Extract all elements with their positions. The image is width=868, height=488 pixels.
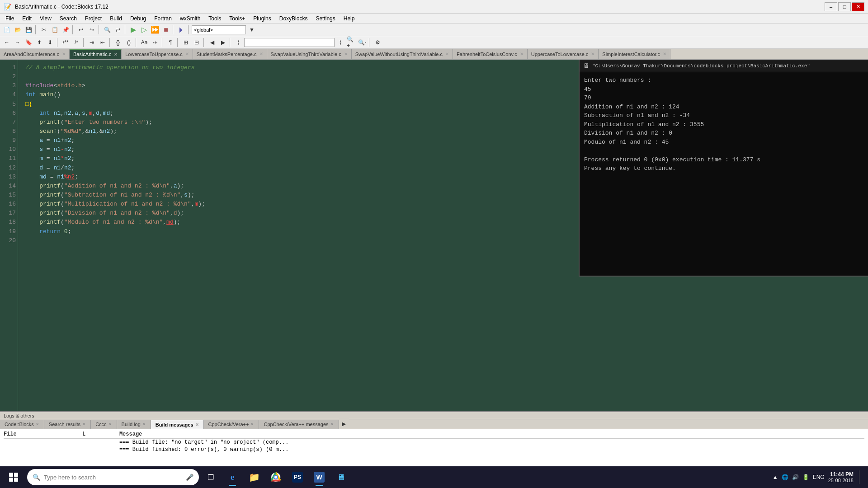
log-tab-searchresults[interactable]: Search results ✕ <box>44 420 91 429</box>
menu-search[interactable]: Search <box>56 14 80 23</box>
logs-more-btn[interactable]: ▶ <box>339 419 349 429</box>
indent-button[interactable]: ⇥ <box>87 38 97 47</box>
tray-volume[interactable]: 🔊 <box>792 474 799 480</box>
tab-fahrenheit[interactable]: FahrenheitToCelsiusConv.c ✕ <box>453 49 528 59</box>
case-upper[interactable]: Aa <box>139 38 149 47</box>
log-tab-cppcheck-messages[interactable]: CppCheck/Vera++ messages ✕ <box>259 420 339 429</box>
save-button[interactable]: 💾 <box>24 25 33 35</box>
new-button[interactable]: 📄 <box>2 25 12 35</box>
tab-close-lower[interactable]: ✕ <box>185 52 189 56</box>
debug-button[interactable]: ⏵ <box>176 25 186 35</box>
chrome-button[interactable] <box>266 467 286 487</box>
build-button[interactable]: ▶ <box>128 25 138 35</box>
find-button[interactable]: 🔍 <box>102 25 112 35</box>
scope-dropdown-btn[interactable]: ▼ <box>247 25 257 35</box>
tab-basicarithmatic[interactable]: BasicArithmatic.c ✕ <box>70 49 122 59</box>
block-comment-button[interactable]: /* <box>71 38 81 47</box>
build-run-button[interactable]: ⏩ <box>150 25 160 35</box>
tab-simpleinterest[interactable]: SimpleInterestCalculator.c ✕ <box>599 49 670 59</box>
whitespace-button[interactable]: ¶ <box>165 38 175 47</box>
search-bar[interactable]: 🔍 🎤 <box>27 469 199 485</box>
log-tab-buildmessages[interactable]: Build messages ✕ <box>151 420 204 429</box>
log-close-buildlog[interactable]: ✕ <box>142 422 146 427</box>
menu-tools-plus[interactable]: Tools+ <box>226 14 249 23</box>
log-tab-buildlog[interactable]: Build log ✕ <box>117 420 151 429</box>
undo-button[interactable]: ↩ <box>76 25 86 35</box>
tab-areacircumference[interactable]: AreaAndCircumference.c ✕ <box>0 49 70 59</box>
menu-view[interactable]: View <box>36 14 55 23</box>
scope-input[interactable] <box>192 25 246 34</box>
menu-help[interactable]: Help <box>340 14 359 23</box>
bookmark-button[interactable]: 🔖 <box>24 38 33 47</box>
minimize-button[interactable]: – <box>825 2 837 11</box>
tray-battery[interactable]: 🔋 <box>802 474 809 480</box>
prev-bookmark-button[interactable]: ⬆ <box>34 38 44 47</box>
tab-close-basic[interactable]: ✕ <box>114 52 118 57</box>
screen-button[interactable]: 🖥 <box>331 467 351 487</box>
log-close-search[interactable]: ✕ <box>82 422 86 427</box>
tab-close-area[interactable]: ✕ <box>62 52 66 56</box>
log-tab-codeblocks[interactable]: Code::Blocks ✕ <box>0 420 44 429</box>
log-close-buildmsg[interactable]: ✕ <box>195 422 199 427</box>
function-dropdown-area[interactable]: ⟨ ⟩ <box>233 38 345 47</box>
tab-swapnothird[interactable]: SwapValueWithoutUsingThirdVariable.c ✕ <box>352 49 453 59</box>
task-view-button[interactable]: ❐ <box>201 467 221 487</box>
menu-wxsmith[interactable]: wxSmith <box>176 14 204 23</box>
tab-studentmarks[interactable]: StudentMarksPercentage.c ✕ <box>193 49 267 59</box>
case-dot[interactable]: ·+ <box>150 38 160 47</box>
redo-button[interactable]: ↪ <box>87 25 97 35</box>
log-close-cccc[interactable]: ✕ <box>108 422 112 427</box>
jump-left[interactable]: ⟨ <box>233 38 243 47</box>
edge-button[interactable]: e <box>222 467 242 487</box>
global-scope-dropdown[interactable]: ▼ <box>192 25 257 35</box>
menu-tools[interactable]: Tools <box>205 14 225 23</box>
log-close-codeblocks[interactable]: ✕ <box>36 422 39 427</box>
function-input[interactable] <box>244 38 335 47</box>
match-brace-button[interactable]: {} <box>113 38 123 47</box>
close-button[interactable]: ✕ <box>852 2 864 11</box>
stop-button[interactable]: ■ <box>161 25 171 35</box>
explorer-button[interactable]: 📁 <box>244 467 264 487</box>
comment-button[interactable]: /** <box>61 38 71 47</box>
zoom-out-button[interactable]: 🔍- <box>357 38 367 47</box>
menu-plugins[interactable]: Plugins <box>250 14 274 23</box>
menu-settings[interactable]: Settings <box>312 14 339 23</box>
tray-network[interactable]: 🌐 <box>782 474 788 480</box>
menu-fortran[interactable]: Fortran <box>151 14 175 23</box>
settings-button[interactable]: ⚙ <box>373 38 382 47</box>
clock[interactable]: 11:44 PM 25-08-2018 <box>828 471 854 483</box>
jump-right[interactable]: ⟩ <box>335 38 345 47</box>
prev-nav-button[interactable]: ◀ <box>207 38 217 47</box>
replace-button[interactable]: ⇄ <box>113 25 123 35</box>
tab-close-swapno[interactable]: ✕ <box>445 52 449 56</box>
log-close-cppcheck[interactable]: ✕ <box>250 422 254 427</box>
menu-project[interactable]: Project <box>81 14 105 23</box>
split-btn[interactable]: ⊞ <box>181 38 191 47</box>
next-bookmark-button[interactable]: ⬇ <box>45 38 55 47</box>
copy-button[interactable]: 📋 <box>50 25 60 35</box>
menu-edit[interactable]: Edit <box>19 14 35 23</box>
powershell-button[interactable]: PS <box>288 467 307 487</box>
menu-debug[interactable]: Debug <box>127 14 150 23</box>
zoom-in-button[interactable]: 🔍+ <box>346 38 356 47</box>
tab-lowercasetouppercase[interactable]: LowercaseToUppercase.c ✕ <box>122 49 193 59</box>
tray-expand[interactable]: ▲ <box>773 474 778 480</box>
unindent-button[interactable]: ⇤ <box>98 38 108 47</box>
forward-button[interactable]: → <box>13 38 23 47</box>
maximize-button[interactable]: □ <box>838 2 851 11</box>
back-button[interactable]: ← <box>2 38 12 47</box>
tab-close-swapthird[interactable]: ✕ <box>344 52 348 56</box>
show-desktop-button[interactable] <box>859 470 861 484</box>
log-tab-cccc[interactable]: Cccc ✕ <box>91 420 117 429</box>
menu-file[interactable]: File <box>2 14 18 23</box>
next-nav-button[interactable]: ▶ <box>218 38 228 47</box>
tab-uppercase[interactable]: UppercaseToLowercase.c ✕ <box>528 49 599 59</box>
tab-close-upper[interactable]: ✕ <box>591 52 594 56</box>
unsplit-btn[interactable]: ⊟ <box>192 38 202 47</box>
match-paren-button[interactable]: () <box>124 38 134 47</box>
word-button[interactable]: W <box>309 467 329 487</box>
tab-close-simple[interactable]: ✕ <box>663 52 666 56</box>
paste-button[interactable]: 📌 <box>61 25 71 35</box>
log-close-cppcheck-msg[interactable]: ✕ <box>330 422 334 427</box>
microphone-icon[interactable]: 🎤 <box>186 474 193 481</box>
